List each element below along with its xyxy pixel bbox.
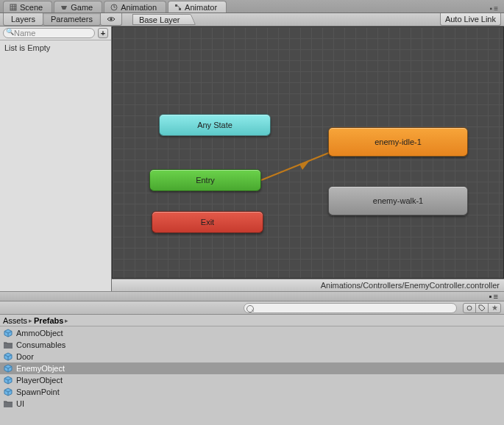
auto-live-link-button[interactable]: Auto Live Link — [440, 13, 501, 26]
tab-animator[interactable]: Animator — [168, 1, 227, 12]
editor-tab-strip: Scene Game Animation Animator ▪≡ — [0, 0, 504, 13]
asset-row[interactable]: PlayerObject — [0, 374, 504, 386]
subtab-layers-label: Layers — [11, 15, 35, 24]
asset-row[interactable]: EnemyObject — [0, 362, 504, 374]
tag-icon — [478, 304, 486, 312]
eye-icon — [107, 16, 116, 22]
tab-animation[interactable]: Animation — [104, 1, 166, 12]
node-label: enemy-walk-1 — [373, 196, 423, 205]
asset-row[interactable]: Consumables — [0, 339, 504, 351]
subtab-parameters[interactable]: Parameters — [43, 13, 101, 26]
search-placeholder: Name — [14, 29, 35, 38]
tab-game[interactable]: Game — [54, 1, 102, 12]
node-enemy-walk[interactable]: enemy-walk-1 — [328, 186, 468, 215]
asset-name: SpawnPoint — [16, 388, 60, 396]
state-graph[interactable]: Any State Entry Exit enemy-idle-1 enemy-… — [112, 26, 504, 279]
project-toolbar: ★ — [0, 301, 504, 315]
node-label: Exit — [201, 218, 214, 226]
parameters-empty-label: List is Empty — [0, 40, 111, 55]
layer-breadcrumb: Base Layer — [132, 13, 190, 26]
asset-list: AmmoObjectConsumablesDoorEnemyObjectPlay… — [0, 326, 504, 410]
animator-icon — [174, 4, 182, 11]
asset-row[interactable]: AmmoObject — [0, 327, 504, 339]
node-exit[interactable]: Exit — [152, 211, 263, 233]
parameters-search-input[interactable]: Name — [3, 28, 95, 38]
asset-row[interactable]: UI — [0, 398, 504, 410]
asset-name: EnemyObject — [16, 364, 65, 373]
parameters-search-row: Name + — [0, 26, 111, 40]
asset-name: PlayerObject — [16, 376, 63, 385]
pane-options-icon[interactable]: ▪≡ — [490, 4, 500, 12]
svg-line-12 — [261, 152, 330, 180]
asset-name: UI — [16, 399, 24, 408]
crumb-prefabs[interactable]: Prefabs — [34, 316, 63, 325]
panel-divider[interactable]: ▪≡ — [0, 291, 504, 301]
project-search-input[interactable] — [244, 303, 457, 313]
animator-panel: Layers Parameters Base Layer Auto Live L… — [0, 13, 504, 291]
asset-name: Door — [16, 352, 34, 361]
parameters-sidebar: Name + List is Empty — [0, 26, 112, 291]
graph-area: Any State Entry Exit enemy-idle-1 enemy-… — [112, 26, 504, 291]
node-label: Entry — [196, 176, 215, 185]
visibility-toggle[interactable] — [100, 13, 122, 26]
svg-point-13 — [467, 306, 472, 310]
svg-point-11 — [110, 18, 112, 21]
game-icon — [60, 4, 68, 11]
add-parameter-button[interactable]: + — [98, 28, 108, 38]
tab-scene[interactable]: Scene — [3, 1, 52, 12]
pane-options-icon[interactable]: ▪≡ — [489, 292, 500, 301]
svg-rect-8 — [175, 4, 177, 7]
animation-icon — [110, 4, 118, 11]
asset-row[interactable]: Door — [0, 351, 504, 362]
filter-type-icon — [466, 304, 473, 312]
project-panel: ★ Assets ▸ Prefabs ▸ AmmoObjectConsumabl… — [0, 301, 504, 425]
node-label: enemy-idle-1 — [375, 138, 422, 146]
scene-icon — [10, 4, 17, 11]
tab-animation-label: Animation — [121, 3, 157, 12]
controller-path-label: Animations/Controllers/EnemyController.c… — [112, 279, 504, 291]
auto-live-link-label: Auto Live Link — [445, 15, 496, 24]
tab-animator-label: Animator — [185, 3, 217, 12]
node-label: Any State — [197, 121, 233, 129]
plus-icon: + — [101, 29, 105, 38]
svg-rect-0 — [10, 4, 16, 10]
node-enemy-idle[interactable]: enemy-idle-1 — [328, 127, 468, 157]
node-entry[interactable]: Entry — [149, 169, 261, 191]
filter-by-label-button[interactable] — [475, 303, 489, 313]
node-any-state[interactable]: Any State — [159, 114, 271, 136]
breadcrumb-label: Base Layer — [139, 15, 180, 24]
crumb-assets[interactable]: Assets — [3, 316, 27, 325]
chevron-right-icon: ▸ — [65, 317, 68, 324]
asset-name: AmmoObject — [16, 329, 63, 338]
breadcrumb-base-layer[interactable]: Base Layer — [132, 14, 190, 25]
tab-game-label: Game — [71, 3, 93, 12]
svg-line-10 — [177, 5, 180, 8]
asset-row[interactable]: SpawnPoint — [0, 386, 504, 398]
animator-body: Name + List is Empty Any State Ent — [0, 26, 504, 291]
subtab-layers[interactable]: Layers — [3, 13, 43, 26]
animator-toolbar: Layers Parameters Base Layer Auto Live L… — [0, 13, 504, 26]
chevron-right-icon: ▸ — [29, 317, 32, 324]
project-breadcrumb: Assets ▸ Prefabs ▸ — [0, 315, 504, 326]
filter-by-type-button[interactable] — [463, 303, 476, 313]
favorite-button[interactable]: ★ — [488, 303, 501, 313]
subtab-parameters-label: Parameters — [51, 15, 93, 24]
star-icon: ★ — [491, 304, 498, 312]
asset-name: Consumables — [16, 340, 65, 349]
svg-rect-9 — [179, 8, 181, 10]
tab-scene-label: Scene — [20, 3, 43, 12]
project-filter-buttons: ★ — [463, 303, 501, 313]
